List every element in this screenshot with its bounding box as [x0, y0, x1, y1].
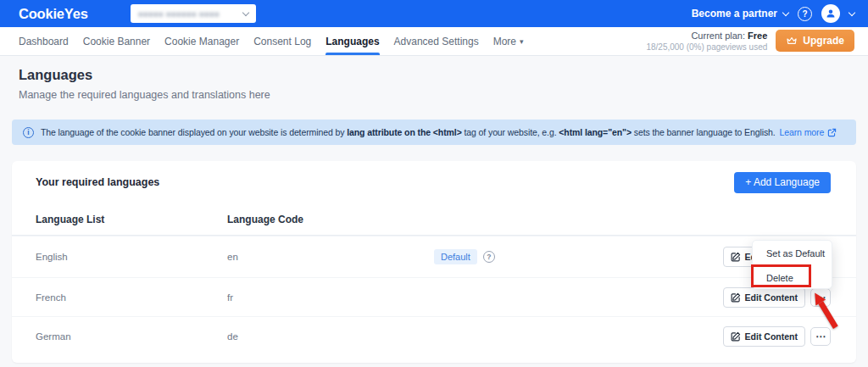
- nav-right: Current plan: Free 18/25,000 (0%) pagevi…: [646, 30, 854, 53]
- language-name: German: [36, 331, 227, 342]
- card-header: Your required languages + Add Language: [12, 161, 856, 203]
- nav-tabs: Dashboard Cookie Banner Cookie Manager C…: [19, 27, 524, 55]
- edit-content-button[interactable]: Edit Content: [723, 326, 805, 347]
- menu-item-set-as-default[interactable]: Set as Default: [753, 241, 832, 265]
- more-options-button[interactable]: ⋯: [810, 327, 831, 346]
- table-row-english: English en Default ? Edit Content ⋯: [12, 236, 856, 277]
- cookieyes-logo: CookieYes: [19, 6, 88, 22]
- upgrade-button[interactable]: Upgrade: [776, 30, 854, 52]
- page-title: Languages: [19, 67, 92, 83]
- tab-dashboard[interactable]: Dashboard: [19, 27, 69, 55]
- avatar[interactable]: [821, 4, 840, 23]
- tab-more[interactable]: More ▾: [493, 27, 524, 55]
- edit-content-button[interactable]: Edit Content: [723, 287, 805, 308]
- banner-text: The language of the cookie banner displa…: [41, 127, 837, 137]
- plan-value: Free: [748, 31, 767, 41]
- language-name: English: [36, 252, 227, 262]
- info-banner: i The language of the cookie banner disp…: [12, 120, 856, 145]
- become-a-partner-label: Become a partner: [692, 8, 777, 19]
- table-row-french: French fr Edit Content ⋯: [12, 277, 856, 316]
- language-code: en: [227, 252, 434, 262]
- edit-icon: [731, 292, 741, 303]
- tab-languages[interactable]: Languages: [326, 27, 379, 55]
- chevron-down-icon: [242, 8, 248, 15]
- menu-item-delete[interactable]: Delete: [753, 265, 832, 290]
- user-icon: [826, 8, 836, 19]
- tab-cookie-manager[interactable]: Cookie Manager: [164, 27, 239, 55]
- add-language-button[interactable]: + Add Language: [734, 172, 831, 193]
- edit-icon: [731, 331, 741, 342]
- plan-info: Current plan: Free 18/25,000 (0%) pagevi…: [646, 30, 767, 53]
- topbar: CookieYes ●●●●● ●●●●●● ●●●● Become a par…: [0, 0, 868, 27]
- page-subtitle: Manage the required languages and transl…: [19, 89, 270, 101]
- card-title: Your required languages: [36, 176, 159, 188]
- external-link-icon: [827, 128, 837, 137]
- required-languages-card: Your required languages + Add Language L…: [12, 161, 856, 363]
- learn-more-link[interactable]: Learn more: [779, 127, 837, 137]
- column-language-code: Language Code: [227, 214, 434, 225]
- topbar-right: Become a partner ?: [692, 4, 854, 23]
- main-navbar: Dashboard Cookie Banner Cookie Manager C…: [0, 27, 868, 56]
- table-row-german: German de Edit Content ⋯: [12, 316, 856, 355]
- tab-advanced-settings[interactable]: Advanced Settings: [394, 27, 479, 55]
- crown-icon: [786, 36, 798, 46]
- selected-site-masked: ●●●●● ●●●●●● ●●●●: [138, 9, 220, 19]
- more-options-button[interactable]: ⋯: [810, 288, 831, 307]
- language-code: fr: [227, 292, 434, 303]
- column-language-list: Language List: [36, 214, 227, 225]
- become-a-partner-menu[interactable]: Become a partner: [692, 8, 788, 19]
- site-selector-dropdown[interactable]: ●●●●● ●●●●●● ●●●●: [131, 4, 256, 23]
- table-header-row: Language List Language Code: [12, 203, 856, 236]
- chevron-down-icon[interactable]: [849, 8, 855, 15]
- chevron-down-icon: [782, 8, 789, 15]
- language-code: de: [227, 331, 434, 342]
- help-icon[interactable]: ?: [798, 7, 812, 21]
- default-help-icon[interactable]: ?: [483, 251, 495, 263]
- row-actions: Edit Content ⋯: [723, 326, 831, 347]
- help-glyph: ?: [802, 9, 807, 19]
- edit-icon: [731, 252, 741, 262]
- tab-consent-log[interactable]: Consent Log: [253, 27, 311, 55]
- row-actions: Edit Content ⋯: [723, 287, 831, 308]
- default-badge-wrap: Default ?: [434, 249, 495, 264]
- current-plan: Current plan: Free: [646, 30, 767, 42]
- info-icon: i: [23, 127, 34, 138]
- pageviews-usage: 18/25,000 (0%) pageviews used: [646, 42, 767, 53]
- default-badge: Default: [434, 249, 477, 264]
- language-name: French: [36, 292, 227, 303]
- caret-down-icon: ▾: [520, 37, 524, 46]
- cookieyes-app: CookieYes ●●●●● ●●●●●● ●●●● Become a par…: [0, 0, 868, 367]
- tab-cookie-banner[interactable]: Cookie Banner: [83, 27, 150, 55]
- row-options-menu: Set as Default Delete: [752, 240, 832, 289]
